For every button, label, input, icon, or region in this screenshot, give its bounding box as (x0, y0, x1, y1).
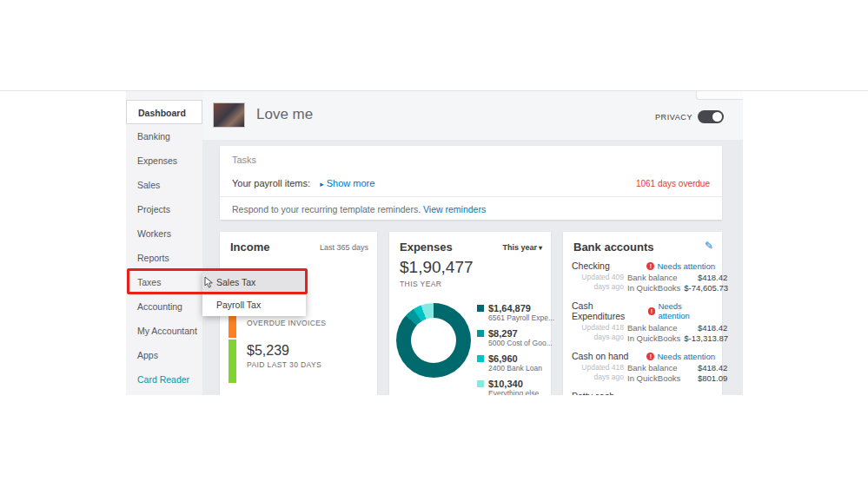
balance-value: $418.42 (684, 273, 727, 282)
bank-accounts-card: Bank accounts ✎ Checking !Needs attentio… (563, 232, 722, 395)
legend-item: $10,340 Everything else (477, 379, 554, 395)
updated-text: Updated 409 days ago (572, 273, 624, 293)
payroll-items-row: Your payroll items: ▸Show more (232, 178, 374, 188)
overdue-badge: 1061 days overdue (636, 179, 710, 188)
expenses-donut (396, 303, 471, 378)
expenses-total-label: THIS YEAR (400, 280, 441, 288)
account-block-petty-cash: Petty cash In QuickBooks $8,700.00 (572, 391, 715, 395)
sidebar-item-apps[interactable]: Apps (126, 343, 202, 367)
alert-icon: ! (648, 307, 656, 315)
account-name: Checking (572, 260, 610, 271)
tasks-title: Tasks (232, 155, 256, 165)
balance-label: In QuickBooks (627, 283, 680, 293)
expenses-legend: $1,64,879 6561 Payroll Expe... $8,297 50… (477, 303, 554, 395)
flyout-item-sales-tax[interactable]: Sales Tax (202, 271, 306, 293)
sidebar-item-sales[interactable]: Sales (126, 173, 202, 197)
sidebar-item-accounting[interactable]: Accounting (126, 294, 202, 319)
paid-bar (229, 340, 236, 383)
cutoff-button (696, 91, 743, 100)
sidebar-item-card-reader[interactable]: Card Reader (126, 367, 202, 392)
bank-accounts-title: Bank accounts (573, 241, 653, 254)
mouse-cursor-icon (204, 276, 214, 288)
updated-text: Updated 418 days ago (572, 363, 624, 383)
balance-label: Bank balance (627, 363, 680, 373)
account-block-cash-on-hand: Cash on hand !Needs attention Bank balan… (572, 351, 715, 383)
account-name: Cash on hand (572, 351, 628, 361)
legend-swatch (477, 380, 484, 387)
needs-attention-link[interactable]: !Needs attention (646, 352, 715, 361)
screenshot-canvas: Dashboard Banking Expenses Sales Project… (0, 0, 868, 488)
payroll-items-label: Your payroll items: (232, 178, 310, 188)
privacy-toggle[interactable] (698, 110, 724, 123)
sidebar-item-expenses[interactable]: Expenses (126, 148, 202, 173)
expenses-period-dropdown[interactable]: This year▾ (502, 243, 542, 252)
legend-swatch (477, 330, 484, 337)
balance-label: In QuickBooks (627, 333, 680, 343)
paid-label: PAID LAST 30 DAYS (247, 360, 321, 369)
expenses-title: Expenses (400, 241, 453, 254)
company-logo (213, 102, 245, 128)
legend-item: $1,64,879 6561 Payroll Expe... (477, 303, 554, 322)
sidebar-item-banking[interactable]: Banking (126, 124, 202, 148)
income-period: Last 365 days (320, 243, 368, 252)
income-title: Income (230, 241, 270, 254)
quickbooks-app: Dashboard Banking Expenses Sales Project… (126, 91, 743, 395)
toggle-knob (712, 112, 722, 122)
sidebar-item-projects[interactable]: Projects (126, 197, 202, 221)
flyout-item-payroll-tax[interactable]: Payroll Tax (202, 293, 306, 316)
sidebar-item-workers[interactable]: Workers (126, 221, 202, 246)
chevron-down-icon: ▾ (539, 244, 542, 252)
account-name: Petty cash (572, 391, 614, 395)
account-name: Cash Expenditures (572, 300, 648, 321)
sidebar: Dashboard Banking Expenses Sales Project… (126, 91, 202, 395)
edit-pencil-icon[interactable]: ✎ (705, 240, 713, 252)
overdue-label: OVERDUE INVOICES (247, 319, 326, 327)
alert-icon: ! (646, 353, 654, 360)
legend-swatch (477, 355, 484, 362)
expenses-total: $1,90,477 (400, 258, 474, 277)
account-block-checking: Checking !Needs attention Bank balance $… (572, 260, 715, 293)
paid-amount: $5,239 (247, 343, 289, 359)
alert-icon: ! (646, 262, 654, 270)
legend-item: $6,960 2400 Bank Loan (477, 353, 554, 373)
balance-value: $418.42 (684, 323, 727, 333)
balance-value: $418.42 (684, 363, 727, 373)
sidebar-item-my-accountant[interactable]: My Accountant (126, 319, 202, 343)
sidebar-item-dashboard[interactable]: Dashboard (126, 100, 202, 124)
legend-swatch (477, 305, 484, 312)
balance-value: $-13,313.87 (684, 333, 727, 343)
page-header: Love me PRIVACY (202, 91, 743, 140)
sidebar-item-reports[interactable]: Reports (126, 246, 202, 270)
tasks-card: Tasks Your payroll items: ▸Show more 106… (220, 146, 722, 220)
privacy-label: PRIVACY (655, 113, 692, 122)
show-more-arrow-icon: ▸ (320, 180, 324, 188)
view-reminders-link[interactable]: View reminders (423, 204, 486, 214)
account-block-cash-expenditures: Cash Expenditures !Needs attention Bank … (572, 300, 715, 343)
needs-attention-link[interactable]: !Needs attention (648, 301, 715, 320)
balance-value: $-74,605.73 (684, 283, 727, 293)
expenses-card: Expenses This year▾ $1,90,477 THIS YEAR … (389, 232, 551, 395)
balance-label: In QuickBooks (627, 373, 680, 383)
legend-item: $8,297 5000 Cost of Goo... (477, 328, 554, 347)
company-name: Love me (256, 106, 313, 123)
needs-attention-link[interactable]: !Needs attention (646, 261, 715, 271)
balance-label: Bank balance (627, 323, 680, 333)
taxes-flyout-menu: Sales Tax Payroll Tax (202, 271, 306, 316)
updated-text: Updated 418 days ago (572, 323, 624, 343)
show-more-link[interactable]: ▸Show more (320, 178, 374, 188)
sidebar-item-taxes[interactable]: Taxes (126, 270, 202, 294)
reminder-row: Respond to your recurring template remin… (232, 204, 486, 214)
balance-value: $801.09 (684, 373, 727, 383)
reminder-text: Respond to your recurring template remin… (232, 204, 421, 214)
tasks-divider (220, 196, 722, 197)
balance-label: Bank balance (627, 273, 680, 282)
